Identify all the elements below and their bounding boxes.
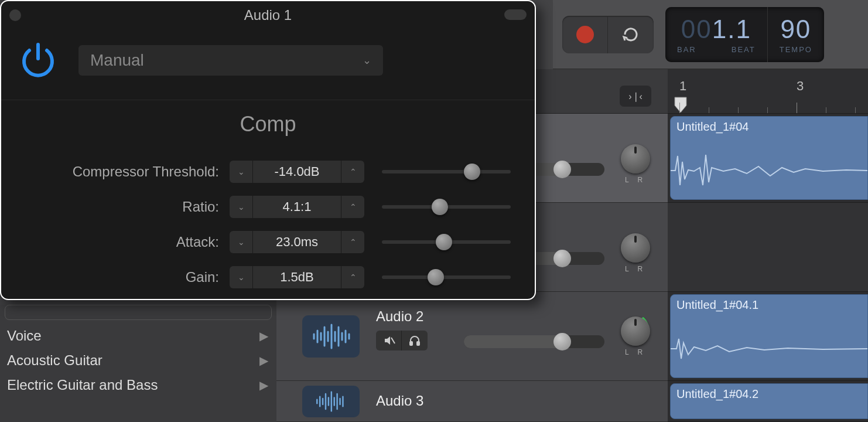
- svg-line-11: [391, 338, 395, 343]
- lcd-tempo[interactable]: 90 TEMPO: [767, 7, 824, 62]
- library-item-electric-guitar-bass[interactable]: Electric Guitar and Bass ▶: [0, 373, 276, 397]
- volume-slider[interactable]: [464, 335, 604, 348]
- param-value[interactable]: 4.1:1: [253, 196, 341, 218]
- pan-label: L R: [617, 176, 654, 184]
- param-label: Ratio:: [19, 199, 230, 215]
- power-icon: [18, 40, 59, 81]
- region-title: Untitled_1#04.1: [676, 298, 758, 312]
- lcd-bar[interactable]: 001.1 BAR BEAT: [665, 7, 767, 62]
- lcd-bar-value: 1: [712, 15, 727, 43]
- stepper-down-button[interactable]: ⌄: [230, 196, 253, 218]
- library-item-voice[interactable]: Voice ▶: [0, 324, 276, 348]
- chevron-down-icon: ⌄: [238, 237, 245, 247]
- lcd-beat-label: BEAT: [732, 45, 756, 54]
- playhead-icon[interactable]: [674, 96, 688, 114]
- catch-playhead-button[interactable]: ›❘‹: [620, 86, 651, 107]
- audio-region[interactable]: Untitled_1#04.1: [670, 294, 868, 378]
- library-search-box[interactable]: [5, 305, 272, 320]
- stepper-down-button[interactable]: ⌄: [230, 161, 253, 183]
- audio-region[interactable]: Untitled_1#04: [670, 116, 868, 200]
- library-item-label: Voice: [7, 328, 42, 344]
- param-stepper[interactable]: ⌄1.5dB⌃: [230, 266, 364, 288]
- region-lane[interactable]: Untitled_1#04.2: [668, 381, 868, 422]
- plugin-body: Comp Compressor Threshold:⌄-14.0dB⌃Ratio…: [1, 100, 535, 295]
- chevron-down-icon: ⌄: [238, 167, 245, 176]
- lcd-beat-value: 1: [736, 15, 751, 43]
- region-lane[interactable]: Untitled_1#04: [668, 114, 868, 203]
- param-slider[interactable]: [382, 267, 511, 288]
- lcd-tempo-value: 90: [780, 15, 811, 44]
- track-name-label: Audio 2: [376, 308, 423, 325]
- chevron-up-icon: ⌃: [350, 167, 357, 176]
- cycle-button[interactable]: [608, 16, 654, 53]
- library-item-label: Electric Guitar and Bass: [7, 377, 158, 393]
- stepper-up-button[interactable]: ⌃: [341, 161, 364, 183]
- track-icon[interactable]: [302, 386, 360, 417]
- param-row: Compressor Threshold:⌄-14.0dB⌃: [19, 154, 517, 189]
- pan-label: L R: [617, 348, 654, 356]
- track-row-audio3[interactable]: Audio 3: [276, 381, 668, 422]
- window-size-toggle[interactable]: [504, 9, 527, 20]
- catch-icon: ›❘‹: [628, 91, 643, 102]
- pan-label: L R: [617, 265, 654, 273]
- param-stepper[interactable]: ⌄-14.0dB⌃: [230, 161, 364, 183]
- param-slider[interactable]: [382, 196, 511, 217]
- transport-bar: 001.1 BAR BEAT 90 TEMPO: [553, 0, 868, 69]
- arrange-area[interactable]: 1 3 Untitled_1#04 Untitled_1#04.1: [668, 69, 868, 422]
- stepper-down-button[interactable]: ⌄: [230, 231, 253, 253]
- param-slider[interactable]: [382, 161, 511, 182]
- param-label: Gain:: [19, 269, 230, 285]
- region-title: Untitled_1#04: [676, 120, 749, 134]
- preset-dropdown[interactable]: Manual ⌄: [78, 45, 383, 76]
- stepper-up-button[interactable]: ⌃: [341, 196, 364, 218]
- plugin-power-button[interactable]: [15, 38, 61, 83]
- stepper-down-button[interactable]: ⌄: [230, 266, 253, 288]
- region-lane[interactable]: [668, 203, 868, 292]
- plugin-title: Audio 1: [1, 7, 535, 23]
- track-name-label: Audio 3: [376, 393, 423, 409]
- timeline-ruler[interactable]: 1 3: [668, 69, 868, 114]
- param-value[interactable]: 23.0ms: [253, 231, 341, 253]
- track-icon[interactable]: [302, 315, 360, 358]
- audio-region[interactable]: Untitled_1#04.2: [670, 383, 868, 419]
- region-waveform-icon: [671, 328, 868, 369]
- param-label: Attack:: [19, 234, 230, 250]
- pan-knob[interactable]: L R: [617, 144, 654, 190]
- mute-button[interactable]: [376, 331, 402, 350]
- library-panel: Voice ▶ Acoustic Guitar ▶ Electric Guita…: [0, 305, 276, 422]
- pan-knob[interactable]: L R: [617, 316, 654, 362]
- param-value[interactable]: -14.0dB: [253, 161, 341, 183]
- param-row: Gain:⌄1.5dB⌃: [19, 260, 517, 295]
- ruler-mark: 3: [797, 79, 804, 94]
- cycle-icon: [620, 24, 641, 45]
- stepper-up-button[interactable]: ⌃: [341, 266, 364, 288]
- waveform-icon: [313, 391, 348, 412]
- lcd-tempo-label: TEMPO: [780, 45, 812, 54]
- chevron-down-icon: ⌄: [238, 273, 245, 282]
- param-value[interactable]: 1.5dB: [253, 266, 341, 288]
- ruler-mark: 1: [679, 79, 686, 94]
- region-waveform-icon: [671, 150, 868, 191]
- chevron-right-icon: ▶: [259, 329, 268, 343]
- lcd-bar-label: BAR: [677, 45, 696, 54]
- param-stepper[interactable]: ⌄23.0ms⌃: [230, 231, 364, 253]
- library-item-acoustic-guitar[interactable]: Acoustic Guitar ▶: [0, 348, 276, 373]
- param-stepper[interactable]: ⌄4.1:1⌃: [230, 196, 364, 218]
- record-icon: [576, 26, 594, 43]
- track-row-audio2[interactable]: Audio 2 L R: [276, 292, 668, 381]
- svg-rect-12: [410, 342, 412, 345]
- stepper-up-button[interactable]: ⌃: [341, 231, 364, 253]
- plugin-toolbar: Manual ⌄: [1, 27, 535, 100]
- plugin-window[interactable]: Audio 1 Manual ⌄ Comp Compressor Thresho…: [0, 0, 536, 300]
- solo-button[interactable]: [402, 331, 428, 350]
- param-slider[interactable]: [382, 232, 511, 253]
- region-lane[interactable]: Untitled_1#04.1: [668, 292, 868, 381]
- plugin-titlebar[interactable]: Audio 1: [1, 1, 535, 27]
- param-row: Attack:⌄23.0ms⌃: [19, 224, 517, 260]
- plugin-section-title: Comp: [19, 112, 517, 137]
- param-label: Compressor Threshold:: [19, 164, 230, 180]
- chevron-up-icon: ⌃: [350, 237, 357, 247]
- pan-knob[interactable]: L R: [617, 233, 654, 279]
- record-button[interactable]: [562, 16, 608, 53]
- preset-label: Manual: [90, 51, 144, 70]
